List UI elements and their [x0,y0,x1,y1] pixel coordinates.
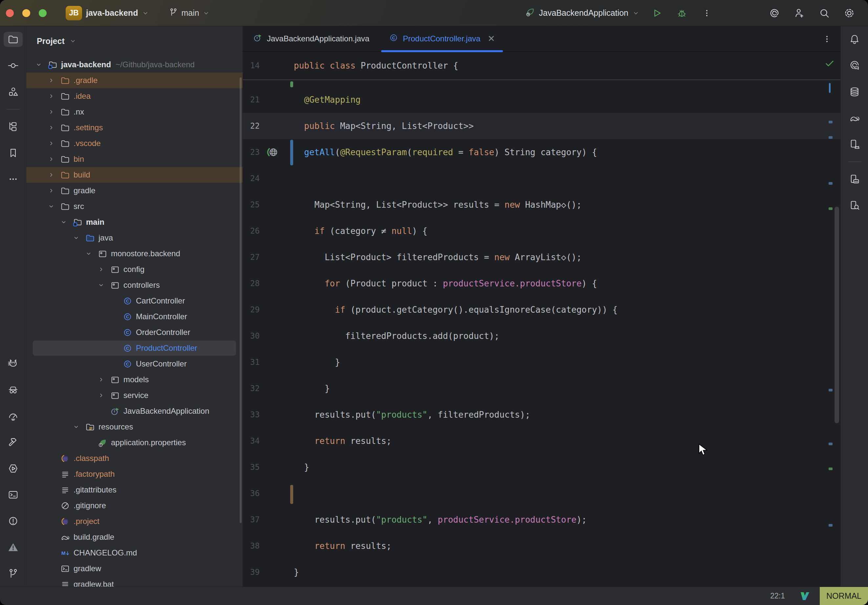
tree-item-application.properties[interactable]: application.properties [26,435,243,450]
chevron-right-icon[interactable] [93,376,110,383]
tree-item-build.gradle[interactable]: build.gradle [26,529,243,545]
code-line-31[interactable]: 31 } [243,349,840,375]
commit-tool-button[interactable] [0,53,26,79]
tree-item-java[interactable]: java [26,230,243,246]
code-line-32[interactable]: 32 } [243,375,840,402]
tree-item-CHANGELOG.md[interactable]: MCHANGELOG.md [26,545,243,561]
settings-button[interactable] [842,6,857,21]
ai-assistant-tool-button[interactable] [841,53,868,79]
code-line-30[interactable]: 30 filteredProducts.add(product); [243,323,840,349]
running-devices-tool-button[interactable] [841,166,868,192]
line-number[interactable]: 30 [243,331,263,340]
notifications-tool-button[interactable] [841,26,868,53]
endpoint-globe-icon[interactable] [263,146,283,158]
code-line-23[interactable]: 23 getAll(@RequestParam(required = false… [243,139,840,166]
sticky-line-14[interactable]: 14public class ProductController { [243,52,840,80]
tree-item-gradlew[interactable]: gradlew [26,561,243,576]
chevron-right-icon[interactable] [43,140,60,147]
tree-item-controllers[interactable]: controllers [26,277,243,293]
code-line-34[interactable]: 34 return results; [243,428,840,454]
tree-item-.settings[interactable]: .settings [26,120,243,136]
code-line-36[interactable]: 36 [243,480,840,507]
code-line-28[interactable]: 28 for (Product product : productService… [243,270,840,297]
tab-options-icon[interactable] [822,26,832,52]
tree-item-monostore.backend[interactable]: monostore.backend [26,246,243,261]
line-number[interactable]: 39 [243,568,263,577]
chevron-right-icon[interactable] [43,124,60,131]
branch-widget[interactable]: main [169,8,209,19]
inspections-ok-icon[interactable] [825,59,834,70]
chevron-right-icon[interactable] [93,266,110,272]
tree-item-.project[interactable]: .project [26,514,243,529]
line-number[interactable]: 24 [243,174,263,183]
chevron-right-icon[interactable] [43,108,60,115]
build-tool-button[interactable] [0,429,26,455]
hierarchy-tool-button[interactable] [0,113,26,140]
code-line-27[interactable]: 27 List<Product> filteredProducts = new … [243,244,840,270]
code-line-37[interactable]: 37 results.put("products", productServic… [243,507,840,533]
chevron-right-icon[interactable] [43,156,60,162]
code-line-38[interactable]: 38 return results; [243,533,840,559]
run-configuration-selector[interactable]: JavaBackendApplication [525,7,640,19]
chevron-right-icon[interactable] [93,392,110,399]
line-number[interactable]: 26 [243,226,263,235]
tree-item-java-backend[interactable]: java-backend~/Github/java-backend [26,57,243,73]
line-number[interactable]: 14 [243,61,263,70]
code-line-21[interactable]: 21 @GetMapping [243,87,840,113]
minimize-window-button[interactable] [22,9,30,17]
chevron-down-icon[interactable] [55,219,72,225]
line-number[interactable]: 31 [243,357,263,367]
problems-tool-button[interactable] [0,508,26,534]
database-tool-button[interactable] [841,79,868,105]
device-explorer-tool-button[interactable] [841,192,868,218]
ai-assistant-button[interactable] [767,6,782,21]
editor-scrollbar[interactable] [834,207,839,423]
gradle-tool-button[interactable] [841,105,868,131]
more-actions-button[interactable] [699,6,715,21]
tree-item-CartController[interactable]: CCartController [26,293,243,309]
chevron-right-icon[interactable] [43,172,60,178]
maximize-window-button[interactable] [39,9,46,17]
line-number[interactable]: 21 [243,95,263,104]
project-widget[interactable]: JB java-backend [66,6,149,20]
tree-item-.factorypath[interactable]: .factorypath [26,466,243,482]
services-tool-button[interactable] [0,455,26,482]
code-line-25[interactable]: 25 Map<String, List<Product>> results = … [243,192,840,218]
tree-item-ProductController[interactable]: CProductController [26,340,243,356]
close-window-button[interactable] [6,9,14,17]
tree-item-config[interactable]: config [26,261,243,277]
bookmarks-tool-button[interactable] [0,140,26,166]
tree-item-JavaBackendApplication[interactable]: JavaBackendApplication [26,403,243,419]
code-line-22[interactable]: 22 public Map<String, List<Product>> [243,113,840,139]
structure-tool-button[interactable] [0,79,26,105]
line-number[interactable]: 29 [243,305,263,314]
line-number[interactable]: 36 [243,489,263,498]
code-line-26[interactable]: 26 if (category ≠ null) { [243,218,840,244]
tree-item-.gitattributes[interactable]: .gitattributes [26,482,243,498]
chevron-down-icon[interactable] [93,282,110,288]
chevron-down-icon[interactable] [68,424,85,430]
chevron-down-icon[interactable] [68,235,85,241]
code-with-me-button[interactable] [792,6,807,21]
tree-item-OrderController[interactable]: COrderController [26,325,243,340]
line-number[interactable]: 28 [243,279,263,288]
warnings-tool-button[interactable] [0,534,26,560]
git-tool-button[interactable] [0,560,26,586]
project-tool-button[interactable] [0,26,26,53]
ideavim-icon[interactable] [800,591,810,601]
tree-item-.gitignore[interactable]: .gitignore [26,498,243,514]
tree-item-MainController[interactable]: CMainController [26,309,243,325]
debug-button[interactable] [674,6,690,21]
chevron-down-icon[interactable] [30,61,47,68]
line-number[interactable]: 37 [243,515,263,524]
project-scrollbar[interactable] [240,77,242,523]
caret-position[interactable]: 22:1 [770,591,785,600]
line-number[interactable]: 27 [243,253,263,262]
profiler-tool-button[interactable] [0,403,26,429]
line-number[interactable]: 38 [243,542,263,551]
code-line-29[interactable]: 29 if (product.getCategory().equalsIgnor… [243,297,840,323]
tab-JavaBackendApplication.java[interactable]: JavaBackendApplication.java [244,26,378,51]
tree-item-gradle[interactable]: gradle [26,183,243,198]
tree-item-resources[interactable]: resources [26,419,243,435]
code-line-24[interactable]: 24 [243,166,840,192]
